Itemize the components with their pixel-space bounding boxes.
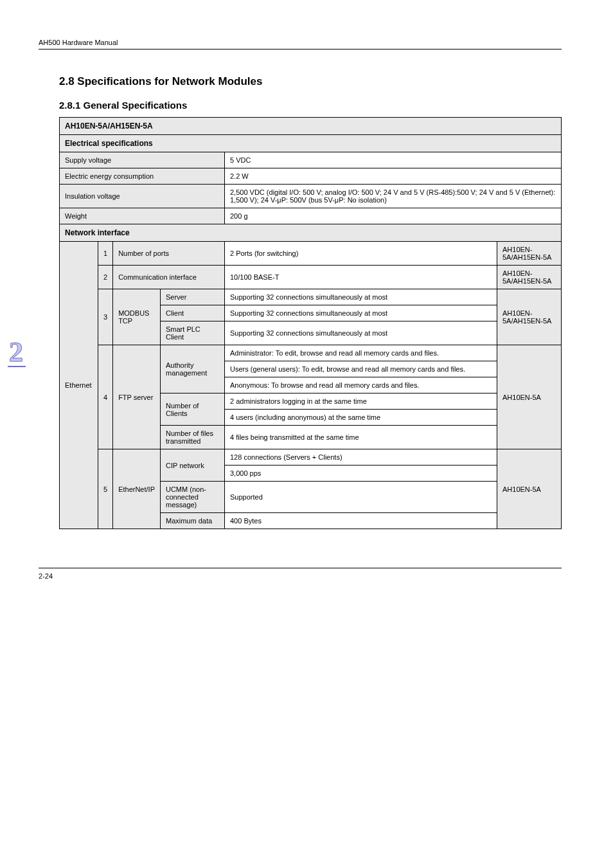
row-value: 4 files being transmitted at the same ti… xyxy=(224,426,497,449)
row-value: 2 Ports (for switching) xyxy=(224,242,497,266)
row-sublabel: Number of Clients xyxy=(160,393,224,426)
row-label: EtherNet/IP xyxy=(113,449,161,529)
spec-label: Weight xyxy=(60,208,225,224)
ethernet-col: Ethernet xyxy=(60,242,98,529)
page-number: 2-24 xyxy=(39,572,53,580)
spec-value: 200 g xyxy=(224,208,561,224)
row-sublabel: Smart PLC Client xyxy=(160,321,224,345)
row-model: AH10EN-5A xyxy=(497,345,562,449)
row-sublabel: Client xyxy=(160,305,224,321)
row-idx: 5 xyxy=(98,449,113,529)
table-row: 3 MODBUS TCP Server Supporting 32 connec… xyxy=(60,289,562,305)
row-value: Supporting 32 connections simultaneously… xyxy=(224,321,497,345)
chapter-badge-icon: 2 xyxy=(6,336,31,368)
spec-label: Insulation voltage xyxy=(60,185,225,208)
row-sublabel: CIP network xyxy=(160,449,224,482)
table-row: Electric energy consumption 2.2 W xyxy=(60,168,562,185)
row-value: Anonymous: To browse and read all memory… xyxy=(224,377,497,393)
table-title-1: AH10EN-5A/AH15EN-5A xyxy=(60,118,562,135)
row-sublabel: Maximum data xyxy=(160,513,224,529)
netif-title: Network interface xyxy=(60,224,562,242)
table-row: Supply voltage 5 VDC xyxy=(60,152,562,168)
table-row: 4 FTP server Authority management Admini… xyxy=(60,345,562,361)
subsection-title: 2.8.1 General Specifications xyxy=(59,100,562,111)
spec-label: Electric energy consumption xyxy=(60,168,225,185)
row-idx: 4 xyxy=(98,345,113,449)
row-model: AH10EN-5A xyxy=(497,449,562,529)
row-label: Communication interface xyxy=(113,266,225,289)
spec-table-wrap: 2 AH10EN-5A/AH15EN-5A Electrical specifi… xyxy=(39,117,562,529)
row-value: 3,000 pps xyxy=(224,466,497,482)
header-left: AH500 Hardware Manual xyxy=(39,39,118,46)
row-value: Users (general users): To edit, browse a… xyxy=(224,361,497,377)
table-title-2: Electrical specifications xyxy=(60,135,562,152)
row-value: Administrator: To edit, browse and read … xyxy=(224,345,497,361)
spec-label: Supply voltage xyxy=(60,152,225,168)
table-row: Insulation voltage 2,500 VDC (digital I/… xyxy=(60,185,562,208)
table-row: 5 EtherNet/IP CIP network 128 connection… xyxy=(60,449,562,466)
row-sublabel: Number of files transmitted xyxy=(160,426,224,449)
row-sublabel: UCMM (non-connected message) xyxy=(160,482,224,513)
table-row: Ethernet 1 Number of ports 2 Ports (for … xyxy=(60,242,562,266)
section-title: 2.8 Specifications for Network Modules xyxy=(59,75,562,88)
row-idx: 2 xyxy=(98,266,113,289)
spec-value: 5 VDC xyxy=(224,152,561,168)
spec-value: 2.2 W xyxy=(224,168,561,185)
row-value: 4 users (including anonymous) at the sam… xyxy=(224,410,497,426)
row-value: Supported xyxy=(224,482,497,513)
table-row: Weight 200 g xyxy=(60,208,562,224)
page-footer: 2-24 xyxy=(39,568,562,580)
svg-text:2: 2 xyxy=(9,336,23,368)
table-row: 2 Communication interface 10/100 BASE-T … xyxy=(60,266,562,289)
row-value: Supporting 32 connections simultaneously… xyxy=(224,305,497,321)
row-label: MODBUS TCP xyxy=(113,289,161,345)
spec-value: 2,500 VDC (digital I/O: 500 V; analog I/… xyxy=(224,185,561,208)
row-sublabel: Authority management xyxy=(160,345,224,393)
row-idx: 1 xyxy=(98,242,113,266)
row-idx: 3 xyxy=(98,289,113,345)
row-label: FTP server xyxy=(113,345,161,449)
row-model: AH10EN-5A/AH15EN-5A xyxy=(497,242,562,266)
row-value: 10/100 BASE-T xyxy=(224,266,497,289)
row-value: 2 administrators logging in at the same … xyxy=(224,393,497,410)
row-label: Number of ports xyxy=(113,242,225,266)
row-model: AH10EN-5A/AH15EN-5A xyxy=(497,266,562,289)
row-sublabel: Server xyxy=(160,289,224,305)
spec-table: AH10EN-5A/AH15EN-5A Electrical specifica… xyxy=(59,117,562,529)
row-model: AH10EN-5A/AH15EN-5A xyxy=(497,289,562,345)
row-value: 128 connections (Servers + Clients) xyxy=(224,449,497,466)
page-header: AH500 Hardware Manual xyxy=(39,39,562,50)
row-value: Supporting 32 connections simultaneously… xyxy=(224,289,497,305)
row-value: 400 Bytes xyxy=(224,513,497,529)
